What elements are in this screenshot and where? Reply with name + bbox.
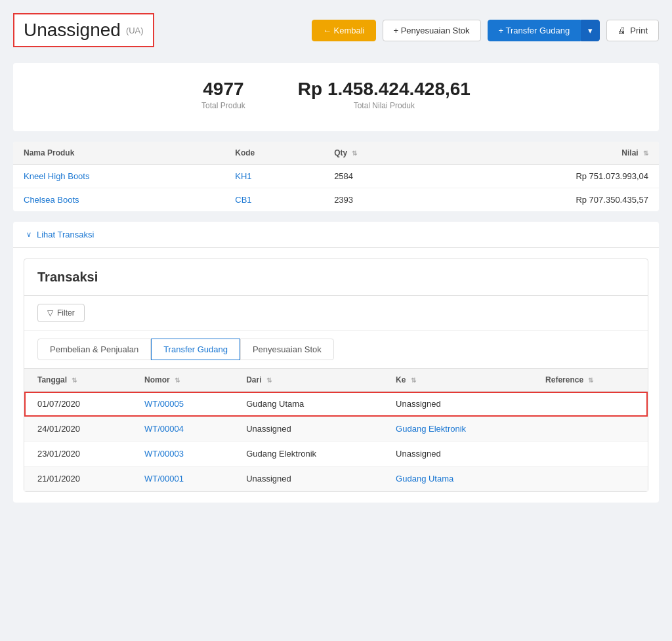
transfer-dropdown-button[interactable]: ▾ (581, 20, 600, 41)
txn-nomor[interactable]: WT/00001 (131, 466, 233, 491)
back-button[interactable]: ← Kembali (312, 20, 376, 41)
ke-sort-icon: ⇅ (411, 377, 416, 384)
print-button[interactable]: 🖨 Print (606, 20, 659, 41)
transfer-button[interactable]: + Transfer Gudang (488, 20, 581, 41)
total-produk-stat: 4977 Total Produk (201, 79, 245, 110)
transaksi-title: Transaksi (24, 259, 648, 296)
table-row: 21/01/2020 WT/00001 Unassigned Gudang Ut… (24, 466, 648, 491)
col-kode: Kode (224, 142, 324, 165)
product-qty: 2584 (324, 165, 431, 188)
filter-icon: ▽ (47, 308, 53, 318)
txn-ke: Unassigned (383, 392, 532, 417)
qty-sort-icon: ⇅ (352, 150, 357, 157)
txn-dari: Gudang Elektronik (233, 442, 383, 466)
col-qty[interactable]: Qty ⇅ (324, 142, 431, 165)
transfer-group: + Transfer Gudang ▾ (488, 20, 600, 41)
dari-sort-icon: ⇅ (266, 377, 272, 384)
col-nilai[interactable]: Nilai ⇅ (431, 142, 659, 165)
filter-button[interactable]: ▽ Filter (37, 304, 85, 322)
txn-dari: Unassigned (233, 466, 383, 491)
filter-bar: ▽ Filter (24, 296, 648, 331)
col-ke[interactable]: Ke ⇅ (383, 369, 532, 392)
txn-tanggal: 23/01/2020 (24, 442, 131, 466)
product-nilai: Rp 751.073.993,04 (431, 165, 659, 188)
total-produk-value: 4977 (201, 79, 245, 100)
col-tanggal[interactable]: Tanggal ⇅ (24, 369, 131, 392)
nomor-sort-icon: ⇅ (175, 377, 180, 384)
title-box: Unassigned (UA) (13, 13, 154, 47)
txn-nomor[interactable]: WT/00003 (131, 442, 233, 466)
txn-ke: Unassigned (383, 442, 532, 466)
stats-section: 4977 Total Produk Rp 1.458.424.428,61 To… (13, 63, 659, 131)
table-row: 23/01/2020 WT/00003 Gudang Elektronik Un… (24, 442, 648, 466)
txn-table-wrap: Tanggal ⇅ Nomor ⇅ Dari ⇅ Ke ⇅ Reference … (24, 369, 648, 491)
tanggal-sort-icon: ⇅ (72, 377, 77, 384)
product-qty: 2393 (324, 188, 431, 212)
txn-nomor[interactable]: WT/00005 (131, 392, 233, 417)
col-nomor[interactable]: Nomor ⇅ (131, 369, 233, 392)
total-nilai-value: Rp 1.458.424.428,61 (298, 79, 471, 100)
txn-tanggal: 01/07/2020 (24, 392, 131, 417)
txn-reference (532, 442, 648, 466)
transaksi-toggle[interactable]: ∨ Lihat Transaksi (13, 222, 659, 248)
header: Unassigned (UA) ← Kembali + Penyesuaian … (13, 13, 659, 47)
product-table-section: Nama Produk Kode Qty ⇅ Nilai ⇅ Kneel Hig… (13, 142, 659, 211)
txn-reference (532, 392, 648, 417)
tab-transfer-gudang[interactable]: Transfer Gudang (151, 339, 240, 360)
table-row: Chelsea Boots CB1 2393 Rp 707.350.435,57 (13, 188, 659, 212)
table-row: Kneel High Boots KH1 2584 Rp 751.073.993… (13, 165, 659, 188)
page-container: Unassigned (UA) ← Kembali + Penyesuaian … (0, 0, 672, 641)
reference-sort-icon: ⇅ (588, 377, 593, 384)
transaction-table: Tanggal ⇅ Nomor ⇅ Dari ⇅ Ke ⇅ Reference … (24, 369, 648, 491)
txn-dari: Unassigned (233, 417, 383, 442)
header-actions: ← Kembali + Penyesuaian Stok + Transfer … (312, 20, 659, 41)
lihat-transaksi-label[interactable]: Lihat Transaksi (37, 230, 94, 239)
transaksi-inner: Transaksi ▽ Filter Pembelian & Penjualan… (24, 258, 648, 492)
print-label: Print (630, 26, 648, 35)
col-nama-produk: Nama Produk (13, 142, 224, 165)
tab-pembelian-&-penjualan[interactable]: Pembelian & Penjualan (37, 339, 151, 360)
title-badge: (UA) (126, 26, 144, 35)
product-code[interactable]: KH1 (224, 165, 324, 188)
tab-penyesuaian-stok[interactable]: Penyesuaian Stok (240, 339, 334, 360)
total-nilai-stat: Rp 1.458.424.428,61 Total Nilai Produk (298, 79, 471, 110)
txn-reference (532, 417, 648, 442)
filter-label: Filter (57, 308, 75, 318)
product-name[interactable]: Chelsea Boots (13, 188, 224, 212)
txn-tanggal: 21/01/2020 (24, 466, 131, 491)
nilai-sort-icon: ⇅ (643, 150, 648, 157)
table-row: 24/01/2020 WT/00004 Unassigned Gudang El… (24, 417, 648, 442)
product-nilai: Rp 707.350.435,57 (431, 188, 659, 212)
page-title: Unassigned (24, 20, 121, 41)
stats-row: 4977 Total Produk Rp 1.458.424.428,61 To… (29, 79, 643, 110)
txn-ke: Gudang Utama (383, 466, 532, 491)
product-table: Nama Produk Kode Qty ⇅ Nilai ⇅ Kneel Hig… (13, 142, 659, 211)
txn-reference (532, 466, 648, 491)
product-code[interactable]: CB1 (224, 188, 324, 212)
txn-tanggal: 24/01/2020 (24, 417, 131, 442)
col-reference[interactable]: Reference ⇅ (532, 369, 648, 392)
total-nilai-label: Total Nilai Produk (298, 101, 471, 110)
printer-icon: 🖨 (618, 26, 626, 35)
total-produk-label: Total Produk (201, 101, 245, 110)
col-dari[interactable]: Dari ⇅ (233, 369, 383, 392)
tabs-row: Pembelian & PenjualanTransfer GudangPeny… (24, 331, 648, 369)
chevron-down-icon: ∨ (26, 230, 32, 239)
penyesuaian-button[interactable]: + Penyesuaian Stok (383, 20, 481, 41)
txn-ke: Gudang Elektronik (383, 417, 532, 442)
product-name[interactable]: Kneel High Boots (13, 165, 224, 188)
txn-dari: Gudang Utama (233, 392, 383, 417)
txn-nomor[interactable]: WT/00004 (131, 417, 233, 442)
transaksi-section: ∨ Lihat Transaksi Transaksi ▽ Filter Pem… (13, 222, 659, 503)
table-row: 01/07/2020 WT/00005 Gudang Utama Unassig… (24, 392, 648, 417)
